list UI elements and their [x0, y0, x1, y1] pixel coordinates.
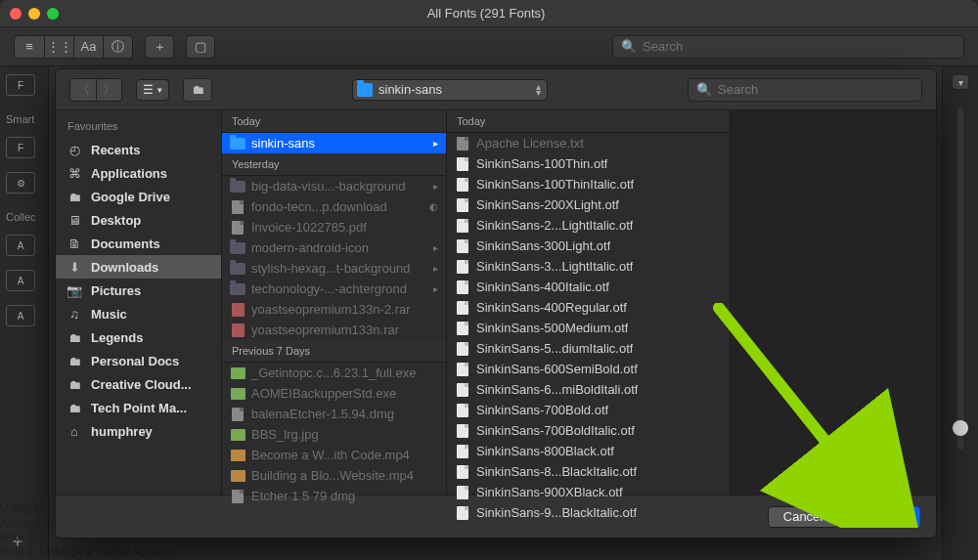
document-icon [455, 137, 470, 151]
folder-icon [230, 241, 245, 255]
list-item[interactable]: SinkinSans-3...LightItalic.otf [447, 256, 730, 277]
folder-icon: 🖿 [66, 330, 83, 345]
sidebar-item-google-drive[interactable]: 🖿Google Drive [56, 185, 221, 208]
sidebar-collection-label: Collec [6, 207, 42, 225]
disable-font-button[interactable]: ▢ [186, 35, 215, 59]
sidebar-item-gear[interactable]: ⚙ [6, 172, 35, 194]
view-as-columns-button[interactable]: ☰ ▾ [136, 79, 169, 101]
list-item[interactable]: techonology-...-achtergrond▸ [222, 279, 446, 299]
list-item[interactable]: Apache License.txt [447, 133, 730, 153]
sidebar-item-applications[interactable]: ⌘Applications [56, 161, 221, 185]
list-item[interactable]: SinkinSans-2...LightItalic.otf [447, 215, 730, 236]
list-item[interactable]: sinkin-sans▸ [222, 133, 446, 153]
list-item[interactable]: SinkinSans-400Italic.otf [447, 277, 730, 297]
fontbook-search[interactable]: 🔍 [612, 35, 964, 59]
document-icon [455, 198, 470, 212]
list-item[interactable]: yoastseopremium133n.rar [222, 320, 446, 340]
zoom-window-button[interactable] [47, 8, 59, 20]
sample-view-icon[interactable]: Aa [73, 36, 103, 58]
sidebar-item-label: Music [91, 307, 127, 322]
chevron-down-icon[interactable]: ▾ [952, 74, 969, 90]
list-item[interactable]: yoastseopremium133n-2.rar [222, 299, 446, 320]
folder-icon [230, 137, 245, 151]
list-item[interactable]: SinkinSans-500Medium.otf [447, 318, 730, 338]
list-item[interactable]: Etcher 1 5 79 dmg [222, 486, 446, 506]
list-item[interactable]: Invoice-1022785.pdf [222, 217, 446, 237]
sidebar-item-pictures[interactable]: 📷Pictures [56, 279, 221, 302]
list-item[interactable]: SinkinSans-800Black.otf [447, 441, 730, 461]
list-item-label: SinkinSans-800Black.otf [476, 444, 614, 458]
slider-knob[interactable] [953, 420, 968, 436]
sidebar-item-humphrey[interactable]: ⌂humphrey [56, 419, 221, 443]
sidebar-item-collection-a[interactable]: A [6, 235, 35, 256]
list-item[interactable]: fondo-tecn...p.download◐ [222, 196, 446, 217]
list-item[interactable]: SinkinSans-600SemiBold.otf [447, 359, 730, 379]
dialog-search-input[interactable] [718, 82, 913, 97]
view-mode-segment[interactable]: ≡ ⋮⋮ Aa ⓘ [14, 35, 133, 59]
list-item[interactable]: SinkinSans-900XBlack.otf [447, 482, 730, 502]
folder-icon [230, 282, 245, 296]
list-item[interactable]: SinkinSans-200XLight.otf [447, 194, 730, 215]
sidebar-item-collection-c[interactable]: A [6, 305, 35, 326]
list-item[interactable]: SinkinSans-400Regular.otf [447, 297, 730, 318]
info-view-icon[interactable]: ⓘ [103, 36, 132, 58]
list-item[interactable]: SinkinSans-100Thin.otf [447, 153, 730, 174]
list-item[interactable]: Become a W...ith Code.mp4 [222, 445, 446, 465]
list-item-label: AOMEIBackupperStd.exe [251, 386, 396, 401]
sidebar-item-music[interactable]: ♫Music [56, 302, 221, 325]
cancel-button[interactable]: Cancel [768, 506, 838, 528]
list-view-icon[interactable]: ≡ [15, 36, 44, 58]
list-item[interactable]: BBS_lrg.jpg [222, 424, 446, 445]
traffic-lights [10, 8, 59, 20]
add-font-button[interactable]: ＋ [145, 35, 174, 59]
list-item[interactable]: modern-android-icon▸ [222, 237, 446, 258]
list-item-label: Apache License.txt [476, 136, 584, 151]
list-item-label: SinkinSans-300Light.otf [476, 238, 610, 253]
sidebar-item-recents[interactable]: ◴Recents [56, 138, 221, 161]
open-button[interactable]: Open [850, 506, 920, 528]
forward-button[interactable]: 〉 [96, 79, 121, 101]
list-item-label: SinkinSans-700Bold.otf [476, 403, 608, 417]
list-item[interactable]: stylish-hexag...t-background▸ [222, 258, 446, 279]
list-item[interactable]: Building a Blo...Website.mp4 [222, 465, 446, 486]
sidebar-item-documents[interactable]: 🗎Documents [56, 232, 221, 255]
sidebar-item-personal-docs[interactable]: 🖿Personal Docs [56, 349, 221, 372]
show-path-button[interactable]: 🖿 [183, 78, 212, 102]
grid-view-icon[interactable]: ⋮⋮ [44, 36, 73, 58]
sidebar-item-collection-b[interactable]: A [6, 270, 35, 291]
fontbook-search-input[interactable] [643, 39, 956, 54]
list-item[interactable]: SinkinSans-700Bold.otf [447, 400, 730, 420]
list-item[interactable]: SinkinSans-8...BlackItalic.otf [447, 461, 730, 482]
close-window-button[interactable] [10, 8, 22, 20]
sidebar-item-desktop[interactable]: 🖥Desktop [56, 208, 221, 232]
list-item[interactable]: SinkinSans-100ThinItalic.otf [447, 174, 730, 194]
sidebar-item-tech-point-ma-[interactable]: 🖿Tech Point Ma... [56, 396, 221, 419]
list-item[interactable]: balenaEtcher-1.5.94.dmg [222, 404, 446, 424]
sidebar-item-label: Legends [91, 330, 143, 345]
list-item[interactable]: SinkinSans-700BoldItalic.otf [447, 420, 730, 441]
list-item[interactable]: SinkinSans-6...miBoldItali.otf [447, 379, 730, 400]
list-item[interactable]: SinkinSans-9...BlackItalic.otf [447, 502, 730, 523]
document-icon [455, 383, 470, 397]
sidebar-item-legends[interactable]: 🖿Legends [56, 325, 221, 349]
back-button[interactable]: 〈 [70, 79, 96, 101]
window-title: All Fonts (291 Fonts) [67, 6, 906, 21]
list-item[interactable]: big-data-visu...-background▸ [222, 176, 446, 196]
list-item[interactable]: AOMEIBackupperStd.exe [222, 383, 446, 404]
list-item-label: SinkinSans-900XBlack.otf [476, 485, 623, 499]
minimize-window-button[interactable] [28, 8, 40, 20]
fontbook-toolbar: ≡ ⋮⋮ Aa ⓘ ＋ ▢ 🔍 [0, 27, 978, 66]
sidebar-item-smart[interactable]: F [6, 137, 35, 158]
sidebar-item-creative-cloud-[interactable]: 🖿Creative Cloud... [56, 372, 221, 396]
sidebar-item-downloads[interactable]: ⬇Downloads [56, 255, 221, 279]
sidebar-item-unknown[interactable]: F [6, 74, 35, 96]
list-item-label: Become a W...ith Code.mp4 [251, 448, 410, 462]
list-item[interactable]: SinkinSans-5...diumItalic.otf [447, 338, 730, 359]
sidebar-item-label: Downloads [91, 260, 158, 275]
dialog-search[interactable]: 🔍 [688, 78, 922, 102]
size-slider[interactable] [957, 108, 963, 450]
sidebar-item-label: Documents [91, 237, 160, 251]
folder-popup[interactable]: sinkin-sans ▴▾ [352, 79, 548, 101]
list-item[interactable]: _Getintopc.c...6.23.1_full.exe [222, 363, 446, 383]
list-item[interactable]: SinkinSans-300Light.otf [447, 236, 730, 256]
